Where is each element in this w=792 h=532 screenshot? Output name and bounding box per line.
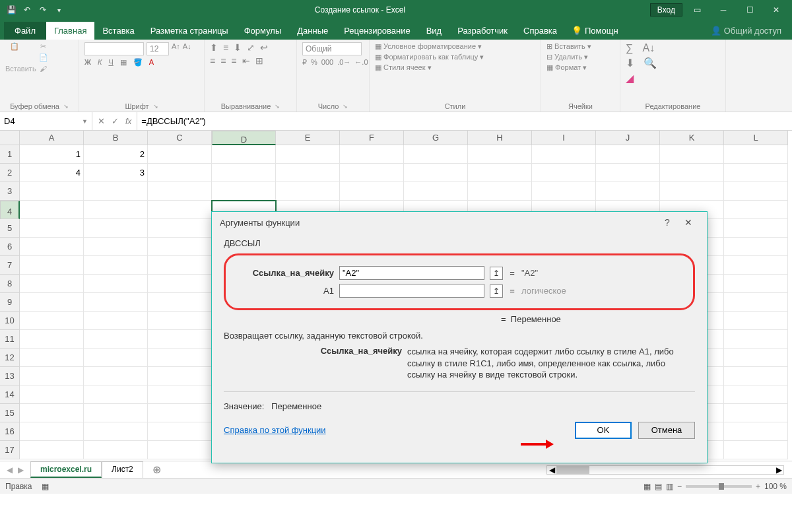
cell[interactable]	[84, 219, 148, 238]
align-bottom-icon[interactable]: ⬇	[234, 42, 242, 53]
column-header[interactable]: J	[596, 131, 660, 145]
autosum-icon[interactable]: ∑	[626, 42, 633, 54]
column-header[interactable]: D	[212, 131, 276, 145]
row-header[interactable]: 17	[0, 441, 20, 459]
indent-dec-icon[interactable]: ⇤	[242, 55, 250, 66]
cell[interactable]: 4	[20, 164, 84, 182]
cell[interactable]	[724, 219, 788, 238]
row-header[interactable]: 12	[0, 349, 20, 367]
cell[interactable]	[84, 201, 148, 219]
tab-file[interactable]: Файл	[4, 22, 46, 40]
cell[interactable]	[340, 182, 404, 201]
cell[interactable]	[84, 422, 148, 441]
cell[interactable]	[148, 238, 212, 256]
percent-icon[interactable]: %	[311, 58, 317, 67]
tab-data[interactable]: Данные	[289, 22, 336, 40]
cell[interactable]	[596, 182, 660, 201]
cell[interactable]	[148, 312, 212, 330]
tab-insert[interactable]: Вставка	[94, 22, 142, 40]
tab-developer[interactable]: Разработчик	[449, 22, 515, 40]
cell[interactable]	[468, 164, 532, 182]
cell[interactable]	[20, 219, 84, 238]
cell[interactable]	[724, 367, 788, 385]
column-header[interactable]: A	[20, 131, 84, 145]
cell[interactable]	[596, 164, 660, 182]
range-picker-icon[interactable]: ↥	[490, 284, 503, 298]
grow-font-icon[interactable]: A↑	[172, 42, 180, 55]
range-picker-icon[interactable]: ↥	[490, 267, 503, 280]
cell[interactable]	[724, 441, 788, 459]
column-header[interactable]: B	[84, 131, 148, 145]
cell[interactable]	[660, 182, 724, 201]
italic-icon[interactable]: К	[98, 58, 102, 67]
cell[interactable]	[724, 349, 788, 367]
font-size[interactable]: 12	[147, 42, 169, 55]
ok-button[interactable]: OK	[575, 422, 632, 439]
formula-input[interactable]: =ДВССЫЛ("A2")	[137, 112, 792, 130]
cell[interactable]	[84, 256, 148, 275]
cell[interactable]	[84, 293, 148, 312]
cell[interactable]	[148, 404, 212, 422]
macro-record-icon[interactable]: ▦	[42, 482, 49, 491]
cell[interactable]	[84, 182, 148, 201]
tab-layout[interactable]: Разметка страницы	[143, 22, 236, 40]
cell[interactable]	[84, 330, 148, 349]
zoom-level[interactable]: 100 %	[764, 482, 787, 491]
name-box[interactable]: ▼	[0, 112, 92, 130]
cell[interactable]: 3	[84, 164, 148, 182]
share-button[interactable]: 👤 Общий доступ	[704, 22, 788, 40]
align-middle-icon[interactable]: ≡	[223, 42, 228, 53]
cell[interactable]	[532, 145, 596, 164]
cell[interactable]	[724, 238, 788, 256]
sheet-prev-icon[interactable]: ◀	[7, 465, 13, 475]
column-header[interactable]: K	[660, 131, 724, 145]
fx-icon[interactable]: fx	[125, 117, 131, 126]
cell-styles-button[interactable]: ▦ Стили ячеек ▾	[375, 63, 432, 72]
cell[interactable]	[724, 201, 788, 219]
column-header[interactable]: F	[340, 131, 404, 145]
tab-help[interactable]: Справка	[515, 22, 565, 40]
wrap-text-icon[interactable]: ↩	[260, 42, 268, 53]
cell[interactable]	[20, 330, 84, 349]
fill-icon[interactable]: ⬇	[626, 57, 634, 69]
currency-icon[interactable]: ₽	[302, 58, 307, 67]
find-icon[interactable]: 🔍	[644, 57, 657, 69]
comma-icon[interactable]: 000	[321, 58, 333, 67]
row-header[interactable]: 4	[0, 201, 20, 219]
cell[interactable]	[84, 312, 148, 330]
cell[interactable]	[148, 256, 212, 275]
row-header[interactable]: 6	[0, 238, 20, 256]
cell[interactable]	[148, 330, 212, 349]
cell[interactable]	[660, 145, 724, 164]
row-header[interactable]: 10	[0, 312, 20, 330]
cell[interactable]	[340, 145, 404, 164]
cell[interactable]	[148, 293, 212, 312]
enter-formula-icon[interactable]: ✓	[112, 116, 119, 126]
cell[interactable]	[404, 182, 468, 201]
cell[interactable]	[660, 164, 724, 182]
row-header[interactable]: 7	[0, 256, 20, 275]
cell[interactable]	[724, 330, 788, 349]
cancel-formula-icon[interactable]: ✕	[98, 116, 105, 126]
cell[interactable]	[724, 256, 788, 275]
align-left-icon[interactable]: ≡	[210, 55, 215, 66]
close-icon[interactable]: ✕	[764, 1, 788, 19]
cell[interactable]	[148, 145, 212, 164]
cell[interactable]	[148, 164, 212, 182]
column-header[interactable]: I	[532, 131, 596, 145]
shrink-font-icon[interactable]: A↓	[183, 42, 191, 55]
cell[interactable]	[724, 385, 788, 404]
cell[interactable]	[20, 312, 84, 330]
insert-cells-button[interactable]: ⊞ Вставить ▾	[546, 42, 591, 51]
row-header[interactable]: 11	[0, 330, 20, 349]
column-header[interactable]: G	[404, 131, 468, 145]
cell[interactable]	[20, 238, 84, 256]
cell[interactable]	[148, 349, 212, 367]
sort-icon[interactable]: A↓	[642, 42, 655, 54]
cell[interactable]: 2	[84, 145, 148, 164]
zoom-out-icon[interactable]: −	[677, 482, 682, 491]
cell[interactable]	[20, 201, 84, 219]
cell[interactable]	[148, 275, 212, 293]
cell[interactable]	[404, 164, 468, 182]
cancel-button[interactable]: Отмена	[638, 422, 695, 439]
